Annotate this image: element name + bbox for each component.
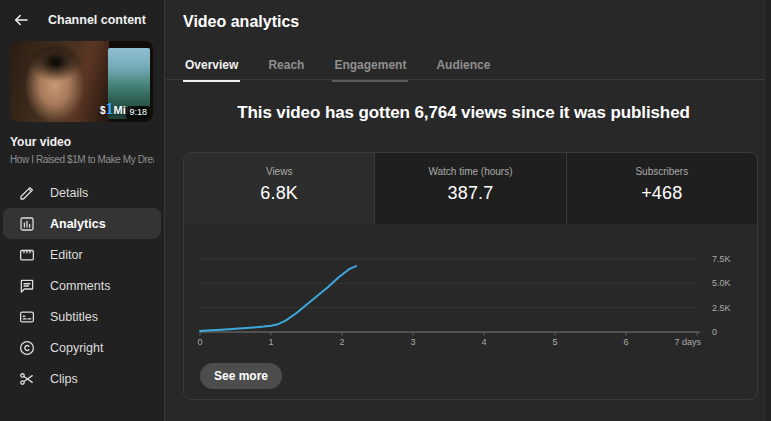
copyright-icon [18,339,36,357]
page-title: Video analytics [183,13,299,31]
thumbnail-photo [10,41,109,122]
sidebar-item-label: Comments [50,279,110,293]
y-axis-tick-label: 0 [712,327,746,337]
x-axis-tick-label: 5 [533,337,577,347]
sidebar-item-label: Details [50,186,88,200]
x-axis-tick-label: 0 [183,337,222,347]
video-title: How I Raised $1M to Make My Drea... [10,154,154,165]
views-line-series [200,266,356,331]
tab-reach[interactable]: Reach [266,54,306,86]
analytics-panel: Views6.8KWatch time (hours)387.7Subscrib… [183,152,758,400]
tab-engagement[interactable]: Engagement [332,54,408,86]
sidebar-item-label: Clips [50,372,78,386]
your-video-label: Your video [10,135,154,149]
editor-icon [18,246,36,264]
metric-cards: Views6.8KWatch time (hours)387.7Subscrib… [184,153,757,224]
metric-card-subscribers[interactable]: Subscribers+468 [566,153,757,224]
analytics-icon [18,215,36,233]
x-axis-tick-label: 1 [249,337,293,347]
x-axis-tick-label: 4 [462,337,506,347]
sidebar-menu: DetailsAnalyticsEditorCommentsSubtitlesC… [0,177,164,394]
metric-label: Subscribers [567,166,757,177]
subtitles-icon [18,308,36,326]
scrollbar-track[interactable] [764,0,771,421]
views-headline: This video has gotten 6,764 views since … [166,103,761,123]
sidebar-item-analytics[interactable]: Analytics [3,208,161,239]
pencil-icon [18,184,36,202]
sidebar-item-label: Editor [50,248,83,262]
metric-card-views[interactable]: Views6.8K [184,153,374,224]
sidebar-title: Channel content [48,13,146,27]
sidebar-item-clips[interactable]: Clips [3,363,161,394]
metric-value: 387.7 [375,183,565,204]
x-axis-tick-label: 6 [604,337,648,347]
tabs-divider [166,79,771,80]
sidebar-item-editor[interactable]: Editor [3,239,161,270]
sidebar-item-label: Analytics [50,217,106,231]
sidebar-header: Channel content [0,0,164,40]
y-axis-tick-label: 7.5K [712,254,746,264]
comments-icon [18,277,36,295]
tab-audience[interactable]: Audience [434,54,492,86]
sidebar-item-copyright[interactable]: Copyright [3,332,161,363]
youtube-studio-analytics-page: Channel content $1Milli 9:18 Your video … [0,0,771,421]
clips-icon [18,370,36,388]
metric-label: Views [184,166,374,177]
x-axis-tick-label: 3 [391,337,435,347]
sidebar-item-details[interactable]: Details [3,177,161,208]
analytics-tabs: OverviewReachEngagementAudience [183,54,492,86]
duration-badge: 9:18 [126,106,150,119]
metric-value: +468 [567,183,757,204]
sidebar-item-label: Subtitles [50,310,98,324]
main-content: Video analytics OverviewReachEngagementA… [166,0,771,421]
metric-value: 6.8K [184,183,374,204]
x-axis-tick-label: 7 days [657,337,701,347]
back-arrow-icon[interactable] [12,11,30,29]
video-thumbnail[interactable]: $1Milli 9:18 [10,41,153,122]
metric-card-watch-time-hours[interactable]: Watch time (hours)387.7 [374,153,565,224]
see-more-button[interactable]: See more [200,363,282,389]
sidebar: Channel content $1Milli 9:18 Your video … [0,0,165,421]
tab-overview[interactable]: Overview [183,54,240,86]
y-axis-tick-label: 2.5K [712,303,746,313]
metric-label: Watch time (hours) [375,166,565,177]
y-axis-tick-label: 5.0K [712,278,746,288]
sidebar-item-label: Copyright [50,341,104,355]
sidebar-item-comments[interactable]: Comments [3,270,161,301]
x-axis-tick-label: 2 [320,337,364,347]
sidebar-item-subtitles[interactable]: Subtitles [3,301,161,332]
